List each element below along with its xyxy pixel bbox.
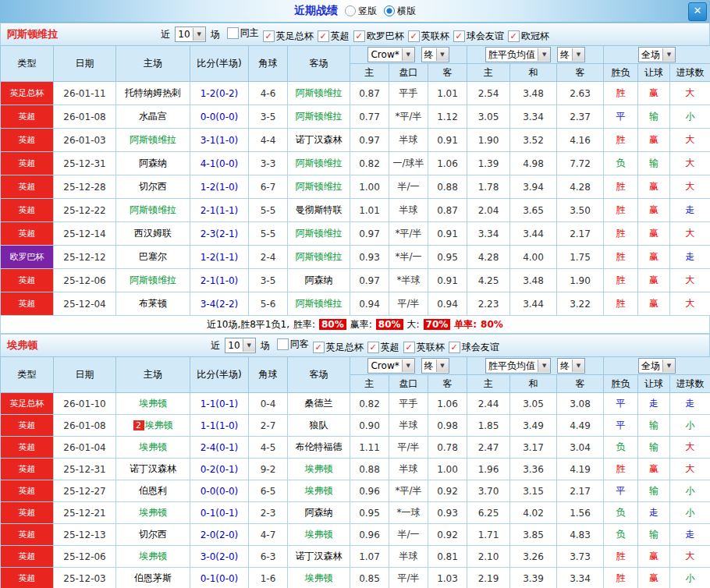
result-wdl: 负 <box>604 152 638 175</box>
euro-home-odds: 2.10 <box>467 546 510 568</box>
home-team-name: 西汉姆联 <box>134 228 172 239</box>
ah-home-odds: 0.96 <box>350 480 389 502</box>
home-team: 水晶宫 <box>116 105 190 129</box>
euro-home-odds: 6.25 <box>467 502 510 524</box>
filter-label: 英联杯 <box>421 30 449 43</box>
recent-count-select[interactable]: 10▼ <box>175 27 205 42</box>
corner-score: 9-2 <box>249 459 288 480</box>
home-team: 伯恩利 <box>116 480 190 502</box>
avg-odds-select[interactable]: 胜平负均值▼ <box>485 358 551 374</box>
layout-radio-horizontal[interactable]: 横版 <box>384 5 416 18</box>
home-team-name: 托特纳姆热刺 <box>125 87 181 98</box>
match-type-badge: 英足总杯 <box>1 393 54 415</box>
euro-odds-header: 胜平负均值▼ 终▼ <box>467 46 604 64</box>
filter-checkbox[interactable]: ✓球会友谊 <box>453 30 504 43</box>
away-team: 阿斯顿维拉 <box>288 175 350 199</box>
ah-away-odds: 0.91 <box>428 269 467 292</box>
result-handicap: 赢 <box>638 175 670 199</box>
filter-checkbox[interactable]: ✓欧罗巴杯 <box>353 30 404 43</box>
result-header: 全场▼ <box>604 46 710 64</box>
layout-radio-vertical[interactable]: 竖版 <box>345 5 377 18</box>
away-team-name: 阿斯顿维拉 <box>296 228 343 239</box>
result-goals: 走 <box>670 246 710 269</box>
home-team-name: 阿斯顿维拉 <box>130 204 176 215</box>
result-goals: 小 <box>670 105 710 129</box>
scope-select[interactable]: 全场▼ <box>638 47 676 62</box>
away-team-name: 阿斯顿维拉 <box>296 111 343 122</box>
filter-checkbox[interactable]: ✓英足总杯 <box>313 341 364 354</box>
match-row: 英超25-12-21埃弗顿0-1(0-1)2-3阿森纳0.95*一球0.936.… <box>1 502 710 524</box>
ah-home-odds: 0.82 <box>350 393 389 415</box>
filter-checkbox[interactable]: ✓英超 <box>318 30 350 43</box>
away-team: 阿斯顿维拉 <box>288 82 350 105</box>
ah-away-odds: 0.98 <box>428 415 467 437</box>
col-away: 客场 <box>288 46 350 82</box>
close-button[interactable]: ✕ <box>688 2 707 21</box>
ah-line: 半球 <box>389 199 428 222</box>
euro-home-odds: 3.05 <box>467 105 510 129</box>
filter-checkbox[interactable]: ✓英超 <box>367 341 399 354</box>
ah-away-odds: 1.00 <box>428 459 467 480</box>
recent-count-select[interactable]: 10▼ <box>225 338 255 353</box>
home-team-name: 阿斯顿维拉 <box>130 275 176 285</box>
euro-home-odds: 2.19 <box>467 568 510 588</box>
match-row: 英足总杯26-01-10埃弗顿1-1(0-1)0-4桑德兰0.82平手1.062… <box>1 393 710 415</box>
chevron-down-icon: ▼ <box>572 48 584 61</box>
euro-time-select[interactable]: 终▼ <box>557 47 585 62</box>
col-corner: 角球 <box>249 46 288 82</box>
filter-checkbox[interactable]: ✓球会友谊 <box>449 341 499 354</box>
result-handicap: 赢 <box>638 222 670 246</box>
checkbox-checked-icon: ✓ <box>453 30 465 42</box>
ah-time-select[interactable]: 终▼ <box>421 47 449 62</box>
away-team: 桑德兰 <box>288 393 350 415</box>
euro-draw-odds: 3.44 <box>510 292 557 316</box>
match-row: 英超25-12-04布莱顿3-4(2-2)5-6阿斯顿维拉0.94平/半0.94… <box>1 292 710 316</box>
ah-home-odds: 0.97 <box>350 222 389 246</box>
ah-away-odds: 0.91 <box>428 222 467 246</box>
filter-checkbox[interactable]: 同客 <box>277 338 309 351</box>
col-type: 类型 <box>1 46 54 82</box>
filter-checkbox[interactable]: ✓英联杯 <box>408 30 449 43</box>
competition-filter-list: 同客✓英足总杯✓英超✓英联杯✓球会友谊 <box>273 338 499 354</box>
result-handicap: 输 <box>638 480 670 502</box>
euro-draw-odds: 3.65 <box>510 199 557 222</box>
result-goals: 大 <box>670 82 710 105</box>
col-score: 比分(半场) <box>190 46 249 82</box>
euro-away-odds: 2.63 <box>557 82 604 105</box>
radio-icon <box>345 5 356 16</box>
ah-line: 平/半 <box>389 292 428 316</box>
home-team: 阿斯顿维拉 <box>116 269 190 292</box>
home-team-name: 布莱顿 <box>139 298 167 309</box>
euro-time-select[interactable]: 终▼ <box>557 358 585 374</box>
home-team-name: 埃弗顿 <box>139 507 167 518</box>
filter-checkbox[interactable]: ✓欧冠杯 <box>508 30 549 43</box>
match-score: 1-1(0-1) <box>190 393 249 415</box>
col-home: 主场 <box>116 357 190 393</box>
match-type-badge: 英超 <box>1 269 54 292</box>
euro-draw-odds: 3.39 <box>510 568 557 588</box>
filter-label: 英联杯 <box>417 341 445 354</box>
match-score: 2-1(1-0) <box>190 269 249 292</box>
ah-away-odds: 0.92 <box>428 524 467 546</box>
filter-label: 欧罗巴杯 <box>367 30 404 43</box>
avg-odds-select[interactable]: 胜平负均值▼ <box>485 47 551 62</box>
scope-select[interactable]: 全场▼ <box>638 358 676 374</box>
bookmaker-select[interactable]: Crow*▼ <box>367 358 414 374</box>
result-goals: 走 <box>670 199 710 222</box>
corner-score: 4-6 <box>249 82 288 105</box>
match-score: 0-0(0-0) <box>190 105 249 129</box>
summary-record: 近10场,胜8平1负1, <box>207 318 289 331</box>
match-type-badge: 英超 <box>1 129 54 152</box>
match-date: 25-12-06 <box>54 546 116 568</box>
checkbox-unchecked-icon <box>277 338 289 350</box>
col-ah-home: 主 <box>350 375 389 393</box>
bookmaker-select[interactable]: Crow*▼ <box>367 47 414 62</box>
result-goals: 大 <box>670 546 710 568</box>
match-date: 26-01-03 <box>54 129 116 152</box>
home-team-name: 切尔西 <box>139 529 167 540</box>
ah-time-select[interactable]: 终▼ <box>421 358 449 374</box>
filter-checkbox[interactable]: ✓英足总杯 <box>263 30 314 43</box>
col-eu-home: 主 <box>467 375 510 393</box>
filter-checkbox[interactable]: ✓英联杯 <box>403 341 445 354</box>
filter-checkbox[interactable]: 同主 <box>227 27 259 40</box>
